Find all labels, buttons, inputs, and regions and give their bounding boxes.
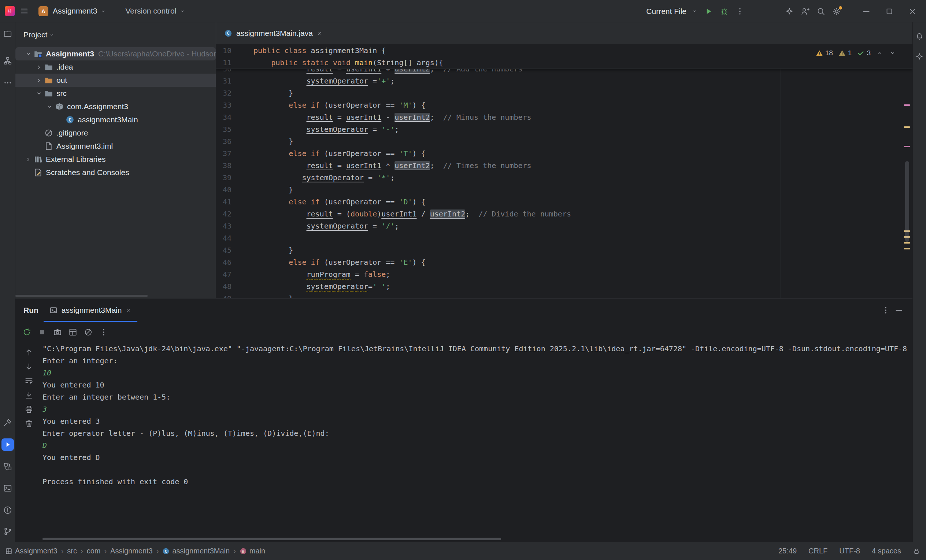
line-number[interactable]: 45 — [216, 244, 232, 256]
structure-tool-icon[interactable] — [3, 56, 12, 65]
editor-tab[interactable]: C assignment3Main.java — [216, 22, 329, 44]
tree-item--idea[interactable]: .idea — [15, 61, 216, 74]
prev-problem-icon[interactable] — [876, 50, 884, 57]
tree-item--gitignore[interactable]: .gitignore — [15, 126, 216, 139]
project-tool-icon[interactable] — [3, 29, 12, 38]
breadcrumb-item[interactable]: Cassignment3Main — [162, 547, 230, 555]
passed-count[interactable]: 3 — [857, 49, 871, 57]
tree-item-src[interactable]: src — [15, 87, 216, 100]
run-button[interactable] — [704, 7, 713, 16]
line-number[interactable]: 40 — [216, 184, 232, 196]
code-line[interactable]: systemOperator ='+'; — [253, 75, 395, 87]
breadcrumb-item[interactable]: Assignment3 — [5, 547, 57, 555]
line-number[interactable]: 46 — [216, 256, 232, 268]
services-tool-icon[interactable] — [3, 462, 12, 471]
hide-panel-icon[interactable] — [894, 306, 904, 315]
chevron-right-icon[interactable] — [23, 154, 33, 164]
search-everywhere-icon[interactable] — [816, 7, 826, 16]
line-number[interactable]: 32 — [216, 87, 232, 99]
git-tool-icon[interactable] — [3, 527, 12, 536]
notifications-icon[interactable] — [915, 32, 924, 41]
line-number[interactable]: 33 — [216, 99, 232, 111]
line-number[interactable]: 34 — [216, 111, 232, 123]
indent-setting[interactable]: 4 spaces — [872, 547, 901, 555]
code-line[interactable]: systemOperator = '*'; — [253, 172, 395, 184]
terminal-tool-icon[interactable] — [3, 483, 12, 493]
vcs-widget[interactable]: Version control — [125, 7, 176, 15]
code-line[interactable]: else if (userOperator == 'D') { — [253, 196, 426, 208]
code-line[interactable]: public class assignment3Main { — [253, 45, 386, 57]
line-number[interactable]: 44 — [216, 232, 232, 244]
maximize-button[interactable] — [881, 0, 898, 22]
stop-icon[interactable] — [37, 327, 47, 337]
print-icon[interactable] — [24, 405, 34, 414]
close-button[interactable] — [904, 0, 921, 22]
stripe-mark[interactable] — [904, 248, 910, 250]
line-number[interactable]: 38 — [216, 160, 232, 172]
stripe-mark[interactable] — [904, 242, 910, 244]
code-line[interactable]: else if (userOperator == 'M') { — [253, 99, 426, 111]
code-line[interactable]: } — [253, 87, 293, 99]
caret-position[interactable]: 25:49 — [778, 547, 797, 555]
build-tool-icon[interactable] — [3, 418, 12, 427]
breadcrumb-item[interactable]: mmain — [239, 547, 265, 555]
tree-item-scratches-and-consoles[interactable]: Scratches and Consoles — [15, 166, 216, 179]
tree-horizontal-scrollbar[interactable] — [15, 295, 148, 297]
code-line[interactable]: systemOperator=' '; — [253, 280, 390, 293]
line-number[interactable]: 43 — [216, 220, 232, 232]
restore-layout-icon[interactable] — [68, 327, 78, 337]
breadcrumb-item[interactable]: com — [87, 547, 101, 555]
code-line[interactable]: } — [253, 184, 293, 196]
line-number[interactable]: 10 — [216, 45, 232, 57]
next-problem-icon[interactable] — [889, 50, 896, 57]
more-tools-icon[interactable] — [3, 78, 12, 88]
console-horizontal-scrollbar[interactable] — [42, 538, 501, 540]
tree-item-out[interactable]: out — [15, 74, 216, 87]
line-separator[interactable]: CRLF — [808, 547, 828, 555]
line-number[interactable]: 48 — [216, 280, 232, 293]
tree-item-assignment3main[interactable]: Cassignment3Main — [15, 113, 216, 126]
rerun-icon[interactable] — [22, 327, 32, 337]
stripe-mark[interactable] — [904, 126, 910, 128]
line-number[interactable]: 31 — [216, 75, 232, 87]
breadcrumb-item[interactable]: src — [67, 547, 77, 555]
ai-assistant-icon[interactable] — [915, 52, 924, 61]
code-line[interactable]: else if (userOperator == 'T') { — [253, 148, 426, 160]
clear-icon[interactable] — [83, 327, 93, 337]
code-line[interactable]: } — [253, 244, 293, 256]
warnings-count[interactable]: 18 — [816, 49, 833, 57]
chevron-down-icon[interactable] — [34, 89, 44, 98]
debug-button[interactable] — [719, 7, 729, 16]
console-output[interactable]: "C:\Program Files\Java\jdk-24\bin\java.e… — [42, 343, 912, 537]
file-encoding[interactable]: UTF-8 — [839, 547, 860, 555]
code-line[interactable]: systemOperator = '/'; — [253, 220, 399, 232]
run-options-icon[interactable] — [881, 306, 890, 315]
inspections-widget[interactable]: 18 1 3 — [816, 49, 896, 57]
ai-assistant-icon[interactable] — [785, 7, 794, 16]
problems-tool-icon[interactable] — [3, 506, 12, 515]
line-number[interactable]: 36 — [216, 136, 232, 148]
clear-all-icon[interactable] — [24, 419, 34, 428]
line-number[interactable]: 37 — [216, 148, 232, 160]
project-widget[interactable]: Assignment3 — [53, 7, 97, 15]
line-number[interactable]: 35 — [216, 123, 232, 136]
down-stack-icon[interactable] — [24, 362, 34, 371]
minimize-button[interactable] — [858, 0, 875, 22]
error-stripe[interactable] — [902, 45, 912, 298]
code-line[interactable]: } — [253, 136, 293, 148]
chevron-down-icon[interactable] — [23, 49, 33, 59]
tree-item-assignment3-iml[interactable]: Assignment3.iml — [15, 139, 216, 153]
run-config-selector[interactable]: Current File — [646, 7, 687, 16]
code-line[interactable]: else if (userOperator == 'E') { — [253, 256, 426, 268]
line-number[interactable]: 41 — [216, 196, 232, 208]
editor-scrollbar-thumb[interactable] — [905, 161, 909, 242]
code-line[interactable]: runProgram = false; — [253, 268, 390, 280]
main-menu-icon[interactable] — [20, 6, 29, 16]
code-line[interactable]: systemOperator = '-'; — [253, 123, 399, 136]
line-number[interactable]: 39 — [216, 172, 232, 184]
tree-item-com-assignment3[interactable]: com.Assignment3 — [15, 100, 216, 113]
code-line[interactable]: result = (double)userInt1 / userInt2; //… — [253, 208, 571, 220]
chevron-right-icon[interactable] — [34, 62, 44, 72]
stripe-mark[interactable] — [904, 104, 910, 106]
close-tab-icon[interactable] — [317, 30, 323, 36]
